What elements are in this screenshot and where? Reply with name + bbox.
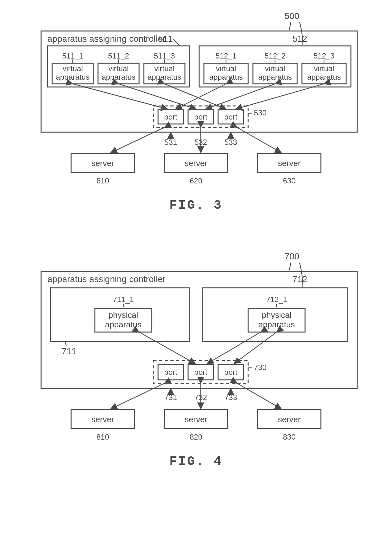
port1-ref: 731 — [164, 393, 177, 402]
leader — [289, 22, 291, 30]
va-r3-line2: apparatus — [307, 73, 341, 81]
va-l3-ref: 511_3 — [154, 52, 175, 60]
group-left-ref: 511 — [158, 34, 173, 44]
server3-label: server — [278, 415, 301, 424]
va-l2-line1: virtual — [108, 64, 129, 73]
pa-r-ref: 712_1 — [266, 295, 287, 304]
server2-label: server — [185, 415, 208, 424]
fig4-caption: FIG. 4 — [169, 454, 223, 469]
va-r2-ref: 512_2 — [265, 52, 286, 60]
conn — [111, 127, 164, 153]
fig3-caption: FIG. 3 — [169, 198, 223, 213]
conn — [234, 332, 277, 364]
controller-ref: 500 — [285, 11, 299, 21]
va-l1-line2: apparatus — [56, 73, 90, 81]
port1-ref: 531 — [164, 138, 177, 146]
conn — [207, 332, 261, 364]
conn — [119, 84, 196, 109]
va-r1-ref: 512_1 — [216, 52, 237, 60]
server1-ref: 610 — [96, 176, 109, 185]
conn — [237, 127, 281, 153]
server2-ref: 820 — [190, 433, 202, 441]
server2-label: server — [185, 158, 208, 168]
conn — [175, 84, 226, 109]
figure4: apparatus assigning controller 700 711 7… — [41, 251, 357, 469]
ports-ref: 730 — [254, 363, 266, 372]
port3-ref: 733 — [224, 393, 237, 402]
va-r1-line2: apparatus — [209, 73, 243, 81]
port3-label: port — [224, 368, 237, 376]
port3-label: port — [224, 113, 237, 121]
diagram-canvas: apparatus assigning controller 500 511 5… — [0, 0, 392, 537]
figure3: apparatus assigning controller 500 511 5… — [41, 11, 357, 213]
pa-l-line1: physical — [108, 310, 138, 320]
va-l1-ref: 511_1 — [62, 52, 83, 60]
va-r3-line1: virtual — [314, 64, 334, 73]
port2-label: port — [194, 113, 207, 121]
leader — [289, 262, 291, 271]
conn — [73, 84, 168, 109]
port3-ref: 533 — [224, 138, 237, 146]
va-r2-line2: apparatus — [258, 73, 292, 81]
controller-label: apparatus assigning controller — [47, 34, 166, 44]
pa-r-line2: apparatus — [258, 320, 295, 329]
pa-l-line2: apparatus — [105, 320, 142, 329]
va-l3-line2: apparatus — [148, 73, 181, 81]
controller-ref: 700 — [285, 251, 299, 261]
controller-label: apparatus assigning controller — [47, 274, 166, 284]
conn — [237, 383, 281, 409]
conn — [236, 84, 324, 109]
port2-label: port — [194, 368, 207, 376]
conn — [205, 84, 275, 109]
va-r1-line1: virtual — [216, 64, 236, 73]
server2-ref: 620 — [190, 176, 202, 185]
va-l2-line2: apparatus — [102, 73, 136, 81]
va-l1-line1: virtual — [63, 64, 83, 73]
group-left-ref: 711 — [62, 346, 77, 356]
ports-ref: 530 — [254, 108, 266, 117]
va-r2-line1: virtual — [265, 64, 285, 73]
va-r3-ref: 512_3 — [314, 52, 335, 60]
leader — [65, 342, 66, 346]
group-right-ref: 712 — [292, 274, 307, 284]
va-l2-ref: 511_2 — [108, 52, 129, 60]
conn — [111, 383, 164, 409]
conn — [139, 332, 195, 364]
port1-label: port — [164, 113, 177, 121]
va-l3-line1: virtual — [154, 64, 175, 73]
pa-r-line1: physical — [262, 310, 291, 320]
pa-l-ref: 711_1 — [113, 295, 134, 304]
port1-label: port — [164, 368, 177, 376]
server3-label: server — [278, 158, 301, 168]
group-right-ref: 512 — [292, 34, 307, 44]
leader — [173, 40, 180, 46]
server1-label: server — [91, 415, 114, 424]
server3-ref: 630 — [283, 176, 296, 185]
server1-ref: 810 — [96, 433, 109, 441]
server3-ref: 830 — [283, 433, 296, 441]
server1-label: server — [91, 158, 114, 168]
